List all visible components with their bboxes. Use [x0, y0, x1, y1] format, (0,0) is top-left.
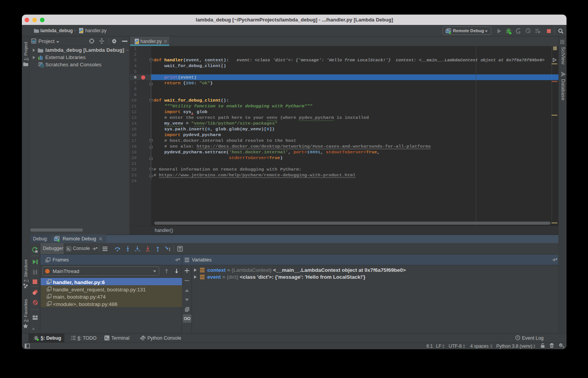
svg-text:?: ?: [562, 345, 565, 349]
